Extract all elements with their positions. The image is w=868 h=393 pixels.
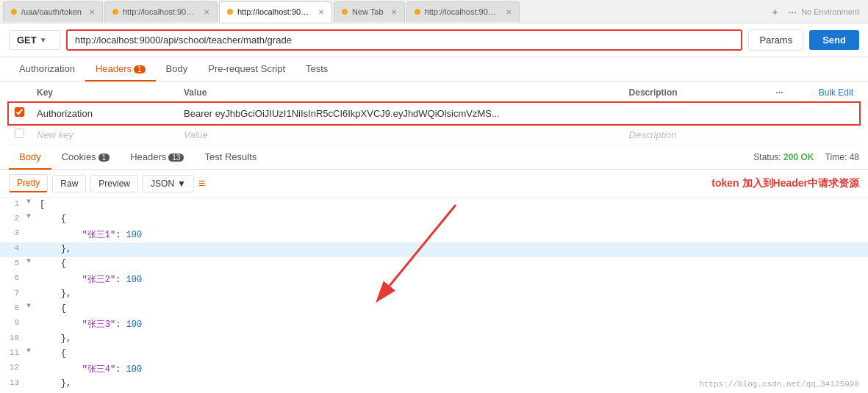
watermark: https://blog.csdn.net/qq_34125990 xyxy=(699,380,859,389)
headers-table: Key Value Description ··· Bulk Edit Auth… xyxy=(9,83,859,145)
browser-tab-tab2[interactable]: http://localhost:9000/✕ xyxy=(104,1,218,22)
resp-tab-testresults[interactable]: Test Results xyxy=(194,145,267,170)
req-tab-label: Headers xyxy=(96,63,132,74)
json-number: 100 xyxy=(126,320,143,330)
tab-close-icon[interactable]: ✕ xyxy=(89,8,95,16)
tab-close-icon[interactable]: ✕ xyxy=(204,8,209,16)
app-container: /uaa/oauth/token✕http://localhost:9000/✕… xyxy=(0,0,868,393)
line-number: 10 xyxy=(0,332,26,342)
code-line: 8 ▼ { xyxy=(0,302,868,317)
header-checkbox[interactable] xyxy=(9,103,31,124)
json-bracket: { xyxy=(40,348,66,358)
tab-close-icon[interactable]: ✕ xyxy=(391,8,397,16)
resp-tab-label: Test Results xyxy=(204,151,257,162)
req-tab-headers[interactable]: Headers1 xyxy=(85,57,156,82)
response-tabs-bar: BodyCookies1Headers13Test Results Status… xyxy=(0,145,868,170)
line-number: 4 xyxy=(0,242,26,253)
tab-close-icon[interactable]: ✕ xyxy=(318,8,324,16)
pretty-button[interactable]: Pretty xyxy=(9,174,48,192)
json-bracket: }, xyxy=(40,378,71,389)
req-tab-tests[interactable]: Tests xyxy=(295,57,338,82)
environment-label: No Environment xyxy=(801,7,865,16)
line-number: 8 xyxy=(0,302,26,312)
json-key: "张三2" xyxy=(82,275,116,285)
json-key: "张三1" xyxy=(82,230,116,240)
line-toggle[interactable]: ▼ xyxy=(26,198,37,206)
json-dropdown-arrow: ▼ xyxy=(177,179,186,189)
code-line: 12 "张三4": 100 xyxy=(0,361,868,377)
json-key: "张三4" xyxy=(82,364,116,375)
add-tab-button[interactable]: + xyxy=(766,3,783,21)
line-toggle[interactable]: ▼ xyxy=(26,347,37,355)
json-bracket: [ xyxy=(40,199,45,209)
json-key: "张三3" xyxy=(82,320,116,330)
req-tab-label: Body xyxy=(166,63,188,74)
resp-tab-cookies[interactable]: Cookies1 xyxy=(51,145,121,170)
header-key[interactable]: Authorization xyxy=(31,103,178,124)
req-tab-label: Pre-request Script xyxy=(208,63,285,74)
line-number: 11 xyxy=(0,347,26,357)
line-number: 12 xyxy=(0,361,26,372)
line-number: 1 xyxy=(0,198,26,208)
status-label: Status: xyxy=(753,152,781,162)
tab-label: /uaa/oauth/token xyxy=(21,7,82,16)
line-number: 13 xyxy=(0,377,26,387)
line-content: }, xyxy=(37,242,868,256)
code-line: 6 "张三2": 100 xyxy=(0,272,868,287)
browser-tab-tab3[interactable]: http://localhost:9000/a✕ xyxy=(219,1,332,22)
line-number: 9 xyxy=(0,317,26,327)
preview-button[interactable]: Preview xyxy=(90,175,138,192)
more-tabs-button[interactable]: ··· xyxy=(785,6,800,18)
line-toggle[interactable]: ▼ xyxy=(26,257,37,265)
browser-tab-tab4[interactable]: New Tab✕ xyxy=(334,1,405,22)
json-number: 100 xyxy=(126,364,143,375)
line-toggle[interactable]: ▼ xyxy=(26,212,37,220)
send-button[interactable]: Send xyxy=(809,30,859,50)
resp-tab-label: Cookies xyxy=(62,151,96,162)
json-number: 100 xyxy=(126,230,143,240)
req-tab-authorization[interactable]: Authorization xyxy=(9,57,85,82)
json-bracket: }, xyxy=(40,333,71,344)
line-content: { xyxy=(37,257,868,270)
resp-tab-body[interactable]: Body xyxy=(9,145,51,170)
header-value[interactable]: Bearer eyJhbGciOiJIUzI1NiIsInR5cCI6IkpXV… xyxy=(178,103,623,124)
json-number: 100 xyxy=(126,275,143,285)
method-selector[interactable]: GET ▼ xyxy=(9,30,60,50)
req-tab-prerequest[interactable]: Pre-request Script xyxy=(198,57,295,82)
line-content: { xyxy=(37,302,868,315)
line-content: "张三4": 100 xyxy=(37,361,868,377)
line-content: { xyxy=(37,347,868,360)
headers-section: Key Value Description ··· Bulk Edit Auth… xyxy=(0,82,868,145)
new-value-input[interactable]: Value xyxy=(178,124,623,145)
req-tab-body[interactable]: Body xyxy=(156,57,198,82)
new-desc-input[interactable]: Description xyxy=(623,124,770,145)
json-bracket: { xyxy=(40,214,66,224)
line-toggle[interactable]: ▼ xyxy=(26,302,37,310)
browser-tab-tab5[interactable]: http://localhost:9000/✕ xyxy=(406,1,520,22)
new-key-input[interactable]: New key xyxy=(31,124,178,145)
status-info: Status: 200 OK Time: 48 xyxy=(753,152,859,162)
raw-button[interactable]: Raw xyxy=(52,175,86,192)
header-row-highlighted: Authorization Bearer eyJhbGciOiJIUzI1NiI… xyxy=(9,103,859,124)
code-view[interactable]: 1 ▼ [ 2 ▼ { 3 "张三1": 100 4 }, 5 ▼ { 6 "张… xyxy=(0,198,868,393)
tab-dot xyxy=(227,9,233,15)
json-label: JSON xyxy=(151,179,174,189)
line-number: 5 xyxy=(0,257,26,267)
code-line: 11 ▼ { xyxy=(0,347,868,361)
bulk-edit-button[interactable]: Bulk Edit xyxy=(796,83,859,103)
resp-tab-badge: 13 xyxy=(168,154,184,162)
resp-tab-headers[interactable]: Headers13 xyxy=(120,145,194,170)
params-button[interactable]: Params xyxy=(748,29,803,51)
browser-tab-tab1[interactable]: /uaa/oauth/token✕ xyxy=(3,1,103,22)
time-value: 48 xyxy=(850,152,859,162)
line-content: }, xyxy=(37,287,868,300)
code-line: 1 ▼ [ xyxy=(0,198,868,212)
line-number: 6 xyxy=(0,272,26,282)
tab-close-icon[interactable]: ✕ xyxy=(506,8,512,16)
url-input[interactable] xyxy=(66,29,742,51)
code-line: 3 "张三1": 100 xyxy=(0,227,868,242)
req-tab-label: Authorization xyxy=(19,63,75,74)
json-dropdown[interactable]: JSON ▼ xyxy=(143,175,194,192)
wrap-icon[interactable]: ≡ xyxy=(198,177,205,190)
annotation-text: token 加入到Header中请求资源 xyxy=(711,177,859,190)
